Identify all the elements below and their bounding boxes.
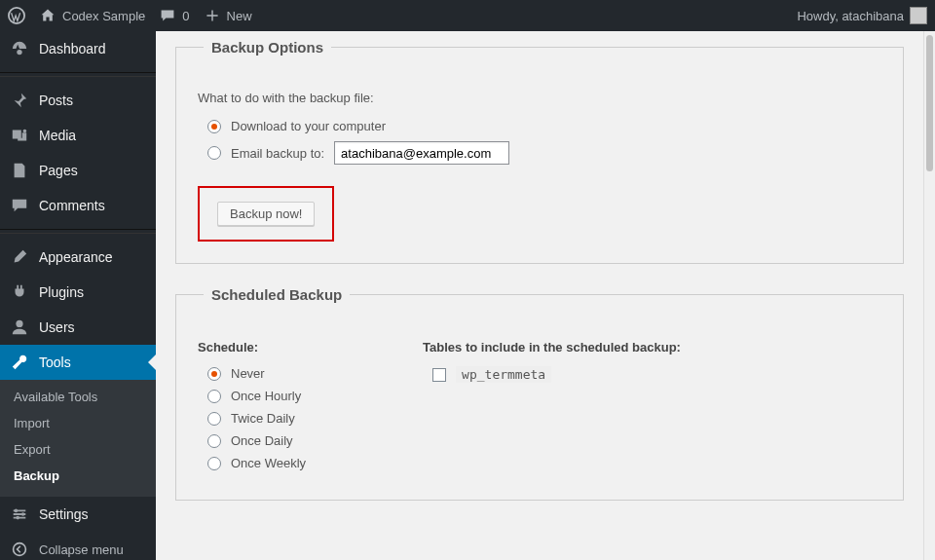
schedule-option-label: Once Daily <box>231 433 293 448</box>
scrollbar[interactable] <box>923 31 935 560</box>
sidebar-item-dashboard[interactable]: Dashboard <box>0 31 156 66</box>
sidebar-item-label: Tools <box>39 355 71 370</box>
scrollbar-thumb[interactable] <box>926 35 933 171</box>
sidebar-item-comments[interactable]: Comments <box>0 188 156 223</box>
media-icon <box>10 126 29 145</box>
sidebar-item-settings[interactable]: Settings <box>0 497 156 532</box>
svg-point-5 <box>21 512 25 516</box>
menu-separator <box>0 229 156 234</box>
sidebar-item-label: Pages <box>39 163 78 178</box>
collapse-menu[interactable]: Collapse menu <box>0 532 156 560</box>
submenu-item-import[interactable]: Import <box>0 410 156 436</box>
sidebar-item-media[interactable]: Media <box>0 118 156 153</box>
comments-count: 0 <box>182 9 189 23</box>
sidebar-item-label: Posts <box>39 93 73 108</box>
sidebar-item-label: Appearance <box>39 249 113 265</box>
comments-link[interactable]: 0 <box>159 7 189 24</box>
scheduled-backup-panel: Scheduled Backup Schedule: Never Once Ho… <box>175 286 904 501</box>
radio-once-daily[interactable] <box>207 434 221 448</box>
option-download-row: Download to your computer <box>207 119 881 133</box>
sidebar-item-posts[interactable]: Posts <box>0 83 156 118</box>
radio-never[interactable] <box>207 367 221 381</box>
menu-separator <box>0 72 156 77</box>
highlight-box: Backup now! <box>198 186 334 242</box>
sidebar-item-users[interactable]: Users <box>0 310 156 345</box>
sidebar-item-appearance[interactable]: Appearance <box>0 240 156 275</box>
site-name-link[interactable]: Codex Sample <box>39 7 145 24</box>
collapse-icon <box>10 540 29 559</box>
radio-email[interactable] <box>207 146 221 160</box>
tables-column: Tables to include in the scheduled backu… <box>423 340 681 478</box>
tools-submenu: Available Tools Import Export Backup <box>0 380 156 497</box>
scheduled-backup-legend: Scheduled Backup <box>204 286 350 303</box>
account-link[interactable]: Howdy, atachibana <box>797 7 927 24</box>
comment-icon <box>159 7 176 24</box>
sidebar-item-label: Settings <box>39 506 89 522</box>
radio-hourly[interactable] <box>207 390 221 403</box>
submenu-item-backup[interactable]: Backup <box>0 463 156 489</box>
table-name: wp_termmeta <box>456 366 551 383</box>
wp-logo[interactable] <box>8 7 25 24</box>
schedule-option-label: Twice Daily <box>231 411 295 426</box>
new-content-link[interactable]: New <box>204 7 252 24</box>
option-email-label: Email backup to: <box>231 146 324 161</box>
backup-options-legend: Backup Options <box>204 39 331 56</box>
sidebar-item-pages[interactable]: Pages <box>0 153 156 188</box>
pin-icon <box>10 91 29 110</box>
sidebar-item-label: Plugins <box>39 284 84 300</box>
comment-icon <box>10 196 29 215</box>
avatar <box>910 7 927 24</box>
schedule-column: Schedule: Never Once Hourly Twice Daily … <box>198 340 306 478</box>
sidebar-item-tools[interactable]: Tools <box>0 345 156 380</box>
svg-point-4 <box>15 509 19 513</box>
backup-now-button[interactable]: Backup now! <box>217 202 315 226</box>
greeting-text: Howdy, atachibana <box>797 9 904 23</box>
svg-point-0 <box>9 8 24 23</box>
page-icon <box>10 161 29 180</box>
submenu-item-export[interactable]: Export <box>0 436 156 463</box>
radio-twice-daily[interactable] <box>207 412 221 426</box>
new-label: New <box>227 9 252 23</box>
schedule-option-label: Once Hourly <box>231 389 301 403</box>
schedule-option-once-weekly: Once Weekly <box>207 456 306 470</box>
tables-heading: Tables to include in the scheduled backu… <box>423 340 681 355</box>
schedule-option-hourly: Once Hourly <box>207 389 306 403</box>
sidebar-item-label: Media <box>39 128 76 143</box>
svg-point-6 <box>16 516 19 520</box>
collapse-label: Collapse menu <box>39 542 124 557</box>
sidebar-item-label: Dashboard <box>39 41 106 56</box>
option-download-label: Download to your computer <box>231 119 386 133</box>
user-icon <box>10 317 29 337</box>
backup-prompt: What to do with the backup file: <box>198 91 881 105</box>
plug-icon <box>10 282 29 302</box>
site-name: Codex Sample <box>62 9 145 23</box>
email-field[interactable] <box>334 141 509 165</box>
brush-icon <box>10 247 29 267</box>
sliders-icon <box>10 504 29 524</box>
svg-point-2 <box>23 130 27 133</box>
radio-download[interactable] <box>207 120 221 133</box>
sidebar-item-label: Users <box>39 319 75 335</box>
svg-point-3 <box>16 320 22 327</box>
schedule-heading: Schedule: <box>198 340 306 355</box>
schedule-option-label: Never <box>231 366 265 381</box>
sidebar-item-label: Comments <box>39 198 105 213</box>
radio-once-weekly[interactable] <box>207 457 221 470</box>
dashboard-icon <box>10 39 29 58</box>
checkbox-wp-termmeta[interactable] <box>432 368 446 382</box>
schedule-option-label: Once Weekly <box>231 456 306 470</box>
plus-icon <box>204 7 221 24</box>
schedule-option-never: Never <box>207 366 306 381</box>
submenu-item-available-tools[interactable]: Available Tools <box>0 384 156 410</box>
option-email-row: Email backup to: <box>207 141 881 165</box>
sidebar-item-plugins[interactable]: Plugins <box>0 275 156 310</box>
table-row: wp_termmeta <box>432 366 681 383</box>
wrench-icon <box>10 353 29 372</box>
admin-sidebar: Dashboard Posts Media Pages Comments App… <box>0 31 156 560</box>
schedule-option-twice-daily: Twice Daily <box>207 411 306 426</box>
home-icon <box>39 7 56 24</box>
wordpress-icon <box>8 7 25 24</box>
svg-point-1 <box>17 50 21 55</box>
admin-bar: Codex Sample 0 New Howdy, atachibana <box>0 0 935 31</box>
backup-options-panel: Backup Options What to do with the backu… <box>175 39 904 264</box>
